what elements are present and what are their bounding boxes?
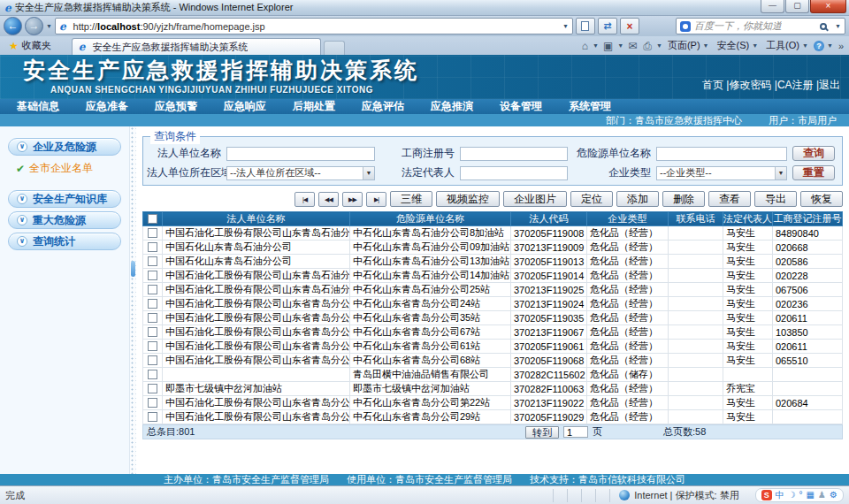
cell[interactable]: 中国石油化工股份有限公司山东省青岛分公司 [163,325,350,340]
column-header-3[interactable]: 法人代码 [511,212,587,226]
row-checkbox[interactable] [148,256,157,266]
goto-button[interactable]: 转到 [525,426,559,439]
cell[interactable]: 中石化山东省青岛分公司第22站 [350,396,511,410]
sidebar-group-4[interactable]: ∨重大危险源 [8,211,121,229]
cell[interactable] [669,368,723,382]
cell[interactable]: 乔宪宝 [723,382,773,396]
cell[interactable]: 中国石油化工股份有限公司山东省青岛分公司 [163,297,350,311]
column-header-2[interactable]: 危险源单位名称 [350,212,511,226]
keyboard-icon[interactable]: ▦ [807,490,815,500]
cell[interactable] [669,297,723,311]
cell[interactable] [773,382,843,396]
cell[interactable]: 青岛田横中油油品销售有限公司 [350,368,511,382]
menu-item-4[interactable]: 应急响应 [210,99,279,114]
row-checkbox[interactable] [148,341,157,351]
rss-icon[interactable]: ▣ [601,40,615,52]
cell[interactable]: 370213F119024 [511,297,587,311]
cell[interactable]: 370205F119029 [511,410,587,424]
cell[interactable] [669,311,723,325]
cell[interactable]: 危化品（经营） [587,255,669,269]
cell[interactable] [773,410,843,424]
top-link-1[interactable]: 首页 [702,79,723,91]
cell[interactable]: 危化品（经营） [587,269,669,283]
cell[interactable] [163,368,350,382]
cell[interactable] [669,241,723,255]
cell[interactable]: 中国石油化工股份有限公司山东青岛石油分公司 [163,283,350,297]
cell[interactable]: 中国石油化工股份有限公司山东省青岛分公司 [163,396,350,410]
column-header-1[interactable]: 法人单位名称 [163,212,350,226]
chevron-down-icon[interactable]: ▼ [656,42,662,49]
cell[interactable]: 370205F119014 [511,269,587,283]
punctuation-icon[interactable]: ° [799,490,803,500]
row-checkbox[interactable] [148,285,157,294]
cell[interactable] [723,368,773,382]
url-field[interactable]: e http://localhost:90/yjzh/frame/homepag… [55,18,573,34]
half-moon-icon[interactable]: ☽ [788,490,796,500]
cell[interactable]: 危化品（经营） [587,297,669,311]
cell[interactable]: 中石化山东省青岛分公司68站 [350,354,511,368]
back-button[interactable]: ← [4,17,22,35]
row-checkbox[interactable] [148,271,157,280]
page-number-input[interactable] [563,426,588,438]
region-select[interactable]: --法人单位所在区域-- ▼ [226,166,375,180]
toolbar-button-9[interactable]: 恢复 [800,191,843,207]
home-icon[interactable]: ⌂ [580,40,590,52]
toolbar-button-1[interactable]: 三维 [390,191,432,207]
cell[interactable]: 370213F119022 [511,396,587,410]
cell[interactable]: 危化品（经营） [587,311,669,325]
cell[interactable]: 中国石油化工股份有限公司山东省青岛分公司 [163,340,350,354]
cell[interactable]: 马安生 [723,311,773,325]
chevron-down-icon[interactable]: ▼ [593,42,599,49]
menu-item-8[interactable]: 设备管理 [486,99,555,114]
wrench-icon[interactable]: ⚙ [830,490,838,500]
cell[interactable]: 中国石油化工股份有限公司山东青岛石油分公司 [163,226,350,241]
cell[interactable]: 370205F119061 [511,340,587,354]
cell[interactable]: 马安生 [723,340,773,354]
cell[interactable]: 020684 [773,396,843,410]
cell[interactable]: 370213F119009 [511,241,587,255]
cell[interactable]: 中石化山东青岛石油分公司25站 [350,283,511,297]
row-checkbox[interactable] [148,228,157,238]
toolbar-button-3[interactable]: 企业图片 [503,191,567,207]
cell[interactable]: 370282C115602 [511,368,587,382]
new-tab-button[interactable] [324,41,345,55]
print-icon[interactable]: ⎙ [641,40,654,52]
query-button[interactable]: 查询 [792,146,835,161]
menu-item-1[interactable]: 基础信息 [4,99,73,114]
cell[interactable]: 危化品（经营） [587,340,669,354]
stop-button[interactable]: × [620,18,639,34]
cell[interactable]: 020236 [773,297,843,311]
cell[interactable]: 中石化山东省青岛分公司61站 [350,340,511,354]
cell[interactable] [669,354,723,368]
cell[interactable]: 中国石油化工股份有限公司山东省青岛分公司 [163,354,350,368]
cell[interactable]: 中国石油化工股份有限公司山东省青岛分公司 [163,410,350,424]
search-input[interactable]: 百度一下，你就知道 ▼ [676,18,845,34]
cell[interactable]: 危化品（经营） [587,226,669,241]
cell[interactable]: 马安生 [723,269,773,283]
cell[interactable]: 马安生 [723,354,773,368]
cell[interactable]: 中石化山东青岛石油分公司14加油站 [350,269,511,283]
url-dropdown-icon[interactable]: ▼ [562,23,569,29]
cell[interactable]: 020611 [773,311,843,325]
browser-tab[interactable]: e 安全生产应急救援指挥辅助决策系统 [72,38,321,55]
cell[interactable]: 马安生 [723,325,773,340]
mail-icon[interactable]: ✉ [626,40,639,52]
cell[interactable]: 危化品（经营） [587,283,669,297]
toolbar-button-5[interactable]: 添加 [616,191,659,207]
cell[interactable]: 中石化山东省青岛分公司35站 [350,311,511,325]
cell[interactable]: 马安生 [723,297,773,311]
cell[interactable] [669,410,723,424]
cell[interactable]: 020586 [773,255,843,269]
row-checkbox[interactable] [148,327,157,337]
cell[interactable] [773,368,843,382]
cell[interactable]: 中石化山东省青岛分公司67站 [350,325,511,340]
menu-item-7[interactable]: 应急推演 [417,99,486,114]
menu-item-9[interactable]: 系统管理 [555,99,624,114]
cell[interactable]: 马安生 [723,241,773,255]
cell[interactable]: 370205F119068 [511,354,587,368]
cell[interactable] [669,255,723,269]
cell[interactable]: 危化品（经营） [587,325,669,340]
menu-item-6[interactable]: 应急评估 [348,99,417,114]
search-icon[interactable] [820,23,827,30]
cell[interactable]: 84890840 [773,226,843,241]
